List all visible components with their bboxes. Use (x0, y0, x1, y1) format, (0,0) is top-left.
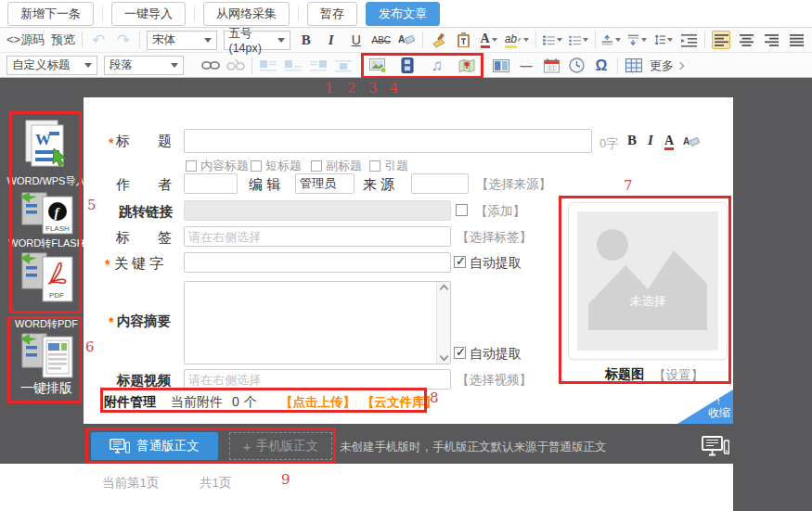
align-right-button[interactable] (762, 31, 780, 49)
redirect-enable-checkbox[interactable] (456, 204, 468, 216)
image-float-left-icon[interactable] (259, 57, 277, 75)
checkbox-icon (369, 160, 380, 172)
insert-music-icon[interactable]: ♫ (428, 57, 446, 75)
heading-style-select[interactable]: 自定义标题 (6, 56, 97, 75)
space-after-paragraph-button[interactable] (627, 31, 647, 49)
scroll-up-icon[interactable] (439, 285, 448, 294)
title-italic-button[interactable]: I (648, 133, 653, 148)
image-inline-left-icon[interactable] (284, 57, 303, 75)
publish-button[interactable]: 发布文章 (366, 2, 440, 26)
title-image-card[interactable]: 未选择 (568, 202, 728, 360)
sub-title-checkbox[interactable]: 副标题 (311, 158, 362, 174)
align-left-button[interactable] (712, 31, 730, 49)
paragraph-format-select[interactable]: 段落 (104, 56, 184, 75)
title-video-input[interactable] (184, 369, 451, 390)
align-justify-button[interactable] (787, 31, 806, 49)
author-input[interactable] (184, 173, 238, 194)
title-input[interactable] (184, 129, 592, 153)
editor-body-area[interactable]: 当前第1页 共1页 (0, 464, 733, 511)
insert-video-icon[interactable] (398, 57, 417, 75)
redo-icon[interactable]: ↷ (114, 31, 133, 49)
font-size-select[interactable]: 五号(14px) (224, 31, 290, 50)
auto-layout-icon[interactable] (19, 332, 76, 384)
indent-button[interactable] (679, 31, 698, 49)
format-brush-icon[interactable] (430, 31, 448, 49)
insert-map-icon[interactable] (458, 57, 476, 75)
image-block-center-icon[interactable] (334, 57, 353, 75)
title-bold-button[interactable]: B (627, 133, 637, 148)
source-label: 来 源 (363, 176, 394, 194)
columns-layout-icon[interactable] (492, 57, 510, 75)
clock-icon[interactable] (567, 57, 586, 75)
word-to-pdf-icon[interactable]: PDF (19, 251, 76, 309)
source-code-button[interactable]: <>源码 (6, 32, 45, 48)
word-to-flash-icon[interactable]: fFLASH (19, 191, 76, 239)
web-collect-button[interactable]: 从网络采集 (203, 2, 290, 26)
content-title-checkbox[interactable]: 内容标题 (186, 158, 249, 174)
strikethrough-button[interactable]: ABC (372, 31, 391, 49)
source-input[interactable] (411, 173, 469, 194)
editor-input[interactable] (295, 173, 354, 194)
one-click-import-button[interactable]: 一键导入 (111, 2, 186, 26)
special-char-icon[interactable]: Ω (592, 57, 611, 75)
tag-input[interactable] (184, 226, 451, 247)
align-center-button[interactable] (737, 31, 755, 49)
short-title-checkbox[interactable]: 短标题 (251, 158, 302, 174)
line-height-button[interactable] (653, 31, 673, 49)
lead-title-checkbox[interactable]: 引题 (369, 158, 408, 174)
title-clear-format-icon[interactable]: A (683, 134, 700, 153)
insert-table-icon[interactable] (625, 57, 643, 75)
new-next-button[interactable]: 新增下一条 (7, 2, 94, 26)
auto-layout-label[interactable]: 一键排版 (7, 380, 85, 397)
font-family-select[interactable]: 宋体 (147, 31, 217, 50)
link-icon[interactable] (201, 57, 220, 75)
scroll-down-icon[interactable] (439, 352, 448, 362)
save-draft-button[interactable]: 暂存 (307, 2, 357, 26)
divider (82, 32, 83, 48)
summary-scrollbar[interactable] (436, 282, 450, 364)
summary-auto-extract-checkbox[interactable] (454, 347, 466, 359)
required-mark: * (105, 257, 110, 272)
font-color-button[interactable]: A (480, 31, 498, 49)
keyword-input[interactable] (184, 252, 451, 273)
undo-icon[interactable]: ↶ (89, 31, 108, 49)
ordered-list-button[interactable] (543, 31, 562, 49)
unlink-icon[interactable] (226, 57, 245, 75)
calendar-icon[interactable] (542, 57, 561, 75)
word-to-pdf-label[interactable]: WORD转PDF (6, 317, 87, 331)
redirect-add-link[interactable]: 【添加】 (475, 203, 525, 220)
bold-button[interactable]: B (297, 31, 316, 49)
annotation-7: 7 (624, 177, 633, 194)
insert-image-icon[interactable] (368, 57, 387, 75)
attachment-cloud-link[interactable]: 【云文件库】 (362, 394, 437, 411)
word-import-icon[interactable]: W (24, 119, 72, 174)
attachment-upload-link[interactable]: 【点击上传】 (280, 394, 355, 411)
tab-mobile-content[interactable]: + 手机版正文 (229, 432, 332, 460)
chevron-down-icon (667, 38, 673, 42)
image-float-right-icon[interactable] (309, 57, 328, 75)
word-import-label[interactable]: WORD/WPS导入 (6, 174, 87, 188)
svg-text:A: A (683, 136, 690, 147)
horizontal-rule-icon[interactable]: — (517, 57, 535, 75)
paste-as-text-icon[interactable] (455, 31, 473, 49)
author-label: 作 者 (116, 176, 172, 194)
clear-format-icon[interactable]: A (397, 31, 416, 49)
underline-button[interactable]: U (347, 31, 366, 49)
title-font-color-button[interactable]: A (664, 134, 674, 150)
choose-source-link[interactable]: 【选择来源】 (476, 176, 551, 193)
summary-textarea[interactable] (184, 281, 451, 364)
title-image-settings-link[interactable]: 【设置】 (653, 367, 703, 384)
more-button[interactable]: 更多 (650, 57, 683, 74)
italic-button[interactable]: I (322, 31, 341, 49)
tab-normal-content[interactable]: 普通版正文 (91, 432, 218, 460)
choose-tag-link[interactable]: 【选择标签】 (457, 229, 532, 246)
space-before-paragraph-button[interactable] (601, 31, 621, 49)
title-image-placeholder[interactable]: 未选择 (577, 211, 718, 351)
bullet-list-button[interactable] (569, 31, 588, 49)
preview-button[interactable]: 预览 (51, 32, 75, 48)
highlight-color-button[interactable]: ab (505, 31, 529, 49)
device-preview-icon[interactable] (702, 436, 729, 460)
keyword-auto-extract-checkbox[interactable] (454, 256, 466, 268)
word-to-flash-label[interactable]: WORD转FLASH (6, 236, 87, 250)
choose-video-link[interactable]: 【选择视频】 (457, 372, 532, 389)
